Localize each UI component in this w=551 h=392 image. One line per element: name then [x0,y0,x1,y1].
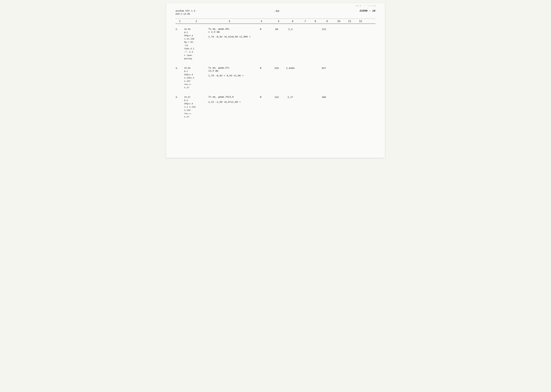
entry-1-col9: II2 [318,28,330,31]
col-header-1: I [175,20,184,23]
column-header-row: I 2 3 4 5 6 7 8 9 IO II I2 [175,19,376,24]
entry-2-desc: То же, диам.57х х2,5 мм [208,67,251,72]
col-header-7: 7 [300,20,310,23]
entry-2-unit: М [251,67,271,70]
entry-1-col6: I,4 [283,28,298,31]
entry-1-formula: I,78 –0,82 +0,4Iх0,98 хI,089 = [208,36,376,38]
entry-2: 3. I6–66 8–I СРЦгл.4 п.I39ч.I п.I37 тех.… [175,65,376,90]
col-header-6: 6 [285,20,300,23]
entry-3-num: 4. [175,96,184,119]
col-header-9: 9 [321,20,333,23]
album-info: альбом XIV ч.3 810-1-13·86 [175,9,195,16]
entry-2-col6: I,6404 [283,67,298,70]
entry-1-col5: 80 [271,28,283,31]
entry-3-unit: М [251,96,271,99]
entry-2-col9: 837 [318,67,330,70]
entry-3-desc: То же, диам.76х3,0 [208,96,251,98]
entry-1-num: 2. [175,28,184,60]
top-dash-line [175,19,376,19]
data-section: 2. I6–66 8–I СРЦгл.4 ч.Iп.I39 Пр-т OI- –… [175,26,376,119]
bottom-header-dash [175,24,376,24]
page: z/ 1 · · ·——·——1 альбом XIV ч.3 810-1-13… [166,3,385,158]
col-header-10: IO [333,20,344,23]
doc-number: 21598 - 16 [360,9,376,12]
entry-3-formula: 2,2I –I,09 +0,97хI,08 = [208,101,376,104]
col-header-3: 3 [208,20,251,23]
entry-2-col5: 5IO [271,67,283,70]
col-header-8: 8 [310,20,321,23]
entry-1: 2. I6–66 8–I СРЦгл.4 ч.Iп.I39 Пр-т OI- –… [175,26,376,60]
header-area: альбом XIV ч.3 810-1-13·86 -59- 21598 - … [175,9,376,16]
entry-2-ref: I6–66 8–I СРЦгл.4 п.I39ч.I п.I37 тех.ч. … [184,67,208,90]
album-title: альбом XIV ч.3 [175,9,195,13]
entry-3-col9: 308 [318,96,330,99]
col-header-11: II [344,20,355,23]
page-number: -59- [195,9,360,13]
entry-1-ref: I6–66 8–I СРЦгл.4 ч.Iп.I39 Пр-т OI- –13 … [184,28,208,60]
corner-annotation: z/ 1 · · ·——·——1 [356,5,376,7]
entry-3-ref: I6–67 8–2 СРЦгл.4 ч.I п.I44 п.I42 тех.ч.… [184,96,208,119]
entry-1-unit: М [251,28,271,31]
col-header-5: 5 [272,20,285,23]
entry-3: 4. I6–67 8–2 СРЦгл.4 ч.I п.I44 п.I42 тех… [175,94,376,119]
entry-1-desc: То же, диам.45х х 2,5 мм [208,28,251,33]
entry-2-formula: I,78 –0,82 + 0,63 хI,08 = [208,75,376,77]
entry-3-col6: 2,I7 [283,96,298,99]
entry-2-num: 3. [175,67,184,90]
col-header-2: 2 [184,20,208,23]
entry-3-col5: I42 [271,96,283,99]
album-subtitle: 810-1-13·86 [175,13,195,16]
col-header-12: I2 [355,20,366,23]
col-header-4: 4 [251,20,272,23]
